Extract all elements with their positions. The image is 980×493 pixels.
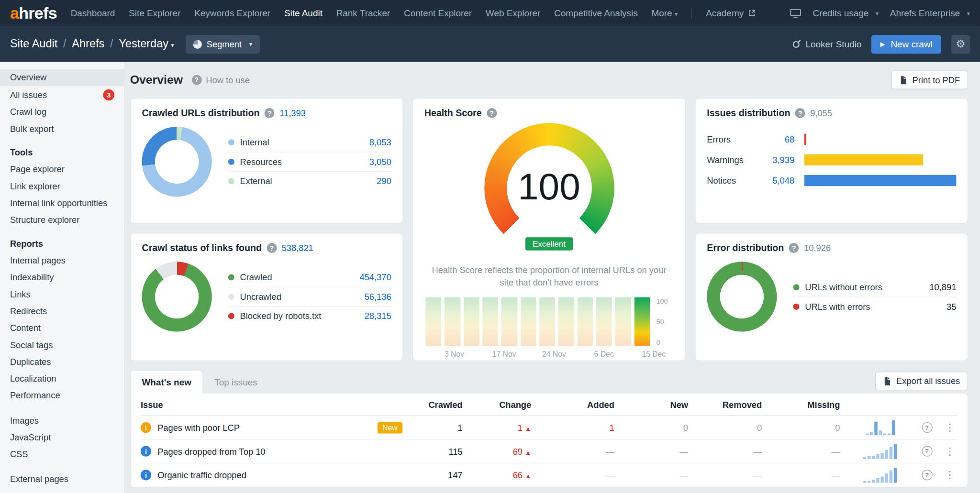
help-icon[interactable]: ? [487,108,497,118]
error-distribution-legend: URLs without errors10,891 URLs with erro… [793,278,956,316]
sidebar-item-link-explorer[interactable]: Link explorer [0,178,124,195]
issue-title[interactable]: Pages dropped from Top 10 [157,446,265,456]
sidebar-item-redirects[interactable]: Redirects [0,303,124,319]
play-icon: ▶ [880,41,885,47]
sidebar-item-images[interactable]: Images [0,412,124,429]
error-distribution-donut-chart[interactable] [707,262,777,331]
issues-table: Issue Crawled Change Added New Removed M… [130,393,969,488]
credits-usage-menu[interactable]: Credits usage▾ [813,8,879,18]
overview-cards: Crawled URLs distribution ? 11,393 Inter… [130,98,969,361]
breadcrumb-scope-dropdown[interactable]: Yesterday▾ [119,37,174,50]
help-icon[interactable]: ? [922,446,932,457]
warnings-bar[interactable] [804,154,923,166]
nav-content-explorer[interactable]: Content Explorer [404,8,472,18]
legend-dot [228,159,234,165]
issue-title[interactable]: Pages with poor LCP [157,423,240,433]
sidebar-item-page-explorer[interactable]: Page explorer [0,161,124,178]
account-menu[interactable]: Ahrefs Enterprise▾ [890,8,970,18]
card-title: Crawled URLs distribution [142,108,259,118]
sidebar-item-internal-link-opportunities[interactable]: Internal link opportunities [0,195,124,212]
issue-sparkline [849,420,912,435]
sidebar-item-structure-explorer[interactable]: Structure explorer [0,212,124,229]
page-title: Overview [130,73,183,87]
legend-dot [228,294,234,300]
nav-academy[interactable]: Academy [706,8,756,18]
nav-site-audit[interactable]: Site Audit [284,8,323,18]
health-score-description: Health Score reflects the proportion of … [424,264,674,288]
help-icon[interactable]: ? [265,108,275,118]
ahrefs-logo[interactable]: ahrefs [10,5,57,21]
sidebar-item-javascript[interactable]: JavaScript [0,429,124,446]
sidebar-item-overview[interactable]: Overview [0,69,124,86]
legend-item: URLs with errors35 [793,296,956,316]
sidebar-item-duplicates[interactable]: Duplicates [0,353,124,370]
legend-item: Uncrawled56,136 [228,287,391,306]
looker-studio-button[interactable]: Looker Studio [792,39,862,49]
sidebar-item-css[interactable]: CSS [0,446,124,463]
column-header-issue: Issue [141,399,406,409]
nav-dashboard[interactable]: Dashboard [71,8,115,18]
crawled-urls-total[interactable]: 11,393 [279,108,306,118]
crawl-status-donut-chart[interactable] [142,262,212,331]
display-icon[interactable] [791,9,802,18]
external-link-icon [748,10,756,17]
nav-keywords-explorer[interactable]: Keywords Explorer [194,8,270,18]
legend-item: Crawled454,370 [228,268,391,286]
error-distribution-card: Error distribution ? 10,926 URLs without… [695,233,968,361]
sidebar-item-localization[interactable]: Localization [0,371,124,387]
legend-item: Resources3,050 [228,152,391,171]
issue-title[interactable]: Organic traffic dropped [157,470,246,480]
sidebar-item-all-issues[interactable]: All issues3 [0,86,124,104]
settings-button[interactable]: ⚙ [951,34,970,53]
print-to-pdf-button[interactable]: Print to PDF [891,71,968,89]
notices-bar[interactable] [804,175,956,186]
breadcrumb-tool[interactable]: Site Audit [10,37,57,50]
nav-competitive-analysis[interactable]: Competitive Analysis [554,8,638,18]
help-icon[interactable]: ? [795,108,805,118]
help-icon[interactable]: ? [922,470,932,480]
sidebar-item-crawl-log[interactable]: Crawl log [0,104,124,121]
sidebar-item-indexability[interactable]: Indexability [0,269,124,286]
sidebar-item-social-tags[interactable]: Social tags [0,337,124,353]
main-content: Overview ? How to use Print to PDF Crawl… [125,62,980,493]
nav-more[interactable]: More▾ [651,8,678,18]
removed-value: — [688,470,762,480]
errors-bar[interactable] [804,134,806,145]
issues-bar-row: Notices 5,048 [707,173,956,188]
issues-bar-row: Warnings 3,939 [707,153,956,167]
new-crawl-button[interactable]: ▶New crawl [871,34,941,53]
links-found-total[interactable]: 538,821 [282,242,313,252]
breadcrumb-project[interactable]: Ahrefs [72,37,104,50]
health-score-gauge[interactable]: 100 Excellent [484,123,614,257]
sidebar-item-performance[interactable]: Performance [0,387,124,404]
help-icon[interactable]: ? [789,242,799,252]
issue-row: ! Pages with poor LCP New 1 1▲ 1 0 0 0 ?… [141,416,958,440]
export-all-issues-button[interactable]: Export all issues [875,372,969,390]
help-icon[interactable]: ? [922,422,932,433]
added-value: — [531,470,614,480]
tab-whats-new[interactable]: What's new [130,371,203,394]
arrow-up-icon: ▲ [525,449,531,455]
issue-row: i Pages dropped from Top 10 115 69▲ — — … [141,440,958,464]
crawled-urls-donut-chart[interactable] [142,127,212,197]
column-header-change: Change [463,399,532,409]
nav-rank-tracker[interactable]: Rank Tracker [336,8,390,18]
help-icon[interactable]: ? [267,242,277,252]
nav-web-explorer[interactable]: Web Explorer [486,8,540,18]
sidebar-item-internal-pages[interactable]: Internal pages [0,252,124,269]
pie-icon [193,40,201,48]
row-menu-icon[interactable]: ⋮ [945,469,955,481]
nav-site-explorer[interactable]: Site Explorer [129,8,180,18]
sidebar-item-bulk-export[interactable]: Bulk export [0,121,124,137]
row-menu-icon[interactable]: ⋮ [945,445,955,457]
health-score-trend-chart[interactable]: 100 50 0 [424,297,674,346]
sidebar-item-content[interactable]: Content [0,320,124,337]
segment-dropdown[interactable]: Segment ▾ [185,34,260,53]
tab-top-issues[interactable]: Top issues [203,371,269,394]
sidebar-item-external-pages[interactable]: External pages [0,471,124,488]
page-header: Overview ? How to use Print to PDF [130,71,969,89]
help-icon: ? [191,75,201,85]
sidebar-item-links[interactable]: Links [0,286,124,303]
how-to-use-link[interactable]: ? How to use [191,75,250,85]
row-menu-icon[interactable]: ⋮ [945,422,955,434]
